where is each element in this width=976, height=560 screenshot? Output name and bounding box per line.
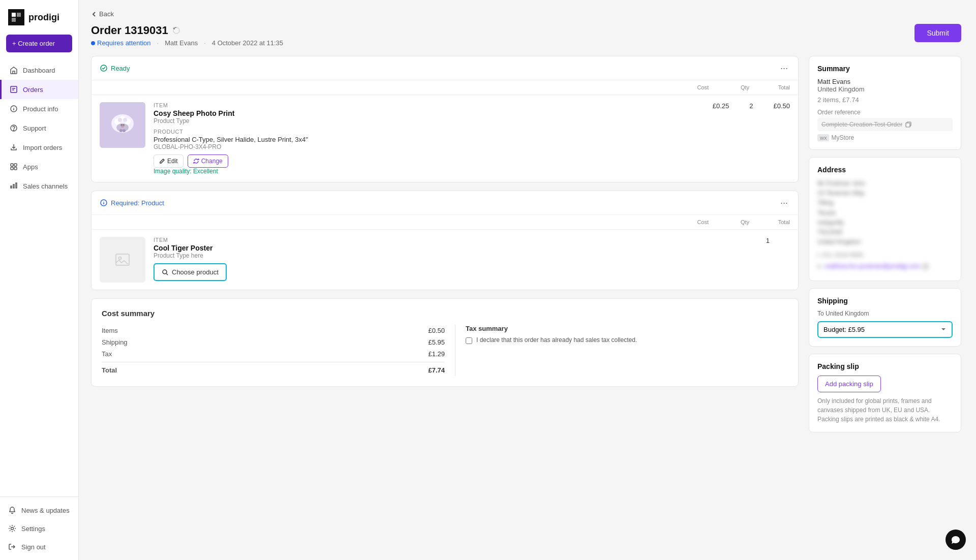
cost-tax-label: Tax bbox=[102, 350, 112, 358]
order-title: Order 1319031 bbox=[91, 24, 168, 37]
page-title-area: Order 1319031 Requires attention · Matt … bbox=[91, 24, 283, 47]
sidebar-item-import-orders[interactable]: Import orders bbox=[0, 138, 78, 157]
email-link[interactable]: matthew.fox-postman@prodigi.com bbox=[825, 261, 920, 272]
sidebar-item-apps[interactable]: Apps bbox=[0, 157, 78, 176]
card1-column-headers: Cost Qty Total bbox=[92, 80, 798, 95]
card1-edit-button[interactable]: Edit bbox=[154, 154, 184, 168]
card2-item-cols: ITEM Cool Tiger Poster Product Type here… bbox=[154, 237, 790, 281]
sidebar-item-settings-label: Settings bbox=[21, 525, 45, 533]
total-col-header-2: Total bbox=[770, 219, 790, 225]
card2-status: Required: Product bbox=[100, 199, 164, 207]
search-icon bbox=[162, 269, 169, 276]
card1-image-quality: Image quality: Excellent bbox=[154, 168, 308, 175]
cost-shipping-row: Shipping £5.95 bbox=[102, 336, 445, 348]
sidebar-item-settings[interactable]: Settings bbox=[0, 519, 78, 538]
copy-icon[interactable] bbox=[905, 121, 911, 128]
order-item-card-1: Ready ··· Cost Qty Total bbox=[91, 56, 799, 182]
svg-rect-7 bbox=[11, 164, 13, 166]
card2-item-label: ITEM bbox=[154, 237, 227, 243]
card1-change-button[interactable]: Change bbox=[188, 154, 228, 168]
address-panel: Address Mr Postman John 15 Tenemen Way T… bbox=[809, 157, 961, 281]
summary-title: Summary bbox=[817, 65, 953, 73]
card1-item-type: Product Type bbox=[154, 117, 308, 125]
change-icon bbox=[193, 158, 199, 164]
card1-item-left: ITEM Cosy Sheep Photo Print Product Type… bbox=[154, 102, 308, 175]
edit-icon bbox=[159, 158, 165, 164]
order-author: Matt Evans bbox=[165, 39, 198, 47]
logo: prodigi bbox=[0, 0, 78, 35]
image-quality-value: Excellent bbox=[193, 168, 218, 175]
copy-email-icon[interactable] bbox=[922, 264, 928, 270]
shipping-select[interactable]: Budget: £5.95 bbox=[817, 321, 953, 338]
card1-cost-col: £0.25 bbox=[713, 102, 729, 110]
shipping-panel: Shipping To United Kingdom Budget: £5.95 bbox=[809, 288, 961, 347]
requires-attention-badge: Requires attention bbox=[91, 39, 151, 47]
summary-country: United Kingdom bbox=[817, 85, 953, 93]
svg-rect-3 bbox=[11, 86, 17, 92]
packing-slip-title: Packing slip bbox=[817, 362, 953, 370]
sidebar-item-product-info[interactable]: Product info bbox=[0, 99, 78, 118]
card1-item-label: ITEM bbox=[154, 102, 308, 108]
tax-checkbox[interactable] bbox=[466, 337, 472, 344]
card2-item-right-cols: 1 bbox=[746, 237, 790, 244]
card1-item-row: ITEM Cosy Sheep Photo Print Product Type… bbox=[92, 95, 798, 182]
card2-header: Required: Product ··· bbox=[92, 191, 798, 215]
add-packing-slip-button[interactable]: Add packing slip bbox=[817, 376, 881, 392]
cost-items-value: £0.50 bbox=[428, 327, 445, 334]
total-col-header: Total bbox=[770, 84, 790, 90]
submit-button[interactable]: Submit bbox=[914, 24, 961, 42]
sidebar-item-orders[interactable]: Orders bbox=[0, 80, 78, 99]
card2-item-actions: Choose product bbox=[154, 263, 227, 281]
card1-total-col: £0.50 bbox=[773, 102, 790, 110]
sidebar-item-dashboard[interactable]: Dashboard bbox=[0, 60, 78, 80]
card2-more-button[interactable]: ··· bbox=[778, 198, 790, 207]
sidebar-item-sign-out[interactable]: Sign out bbox=[0, 538, 78, 556]
page-subtitle: Requires attention · Matt Evans · 4 Octo… bbox=[91, 39, 283, 47]
svg-rect-31 bbox=[923, 265, 927, 269]
support-icon bbox=[10, 124, 18, 132]
shipping-to: To United Kingdom bbox=[817, 310, 953, 317]
qty-col-header: Qty bbox=[729, 84, 749, 90]
packing-slip-panel: Packing slip Add packing slip Only inclu… bbox=[809, 354, 961, 432]
status-dot bbox=[91, 41, 95, 45]
chat-bubble[interactable] bbox=[946, 530, 966, 550]
card1-item-actions: Edit Change bbox=[154, 154, 308, 168]
sidebar-item-support[interactable]: Support bbox=[0, 118, 78, 138]
signout-icon bbox=[8, 543, 16, 551]
sidebar-item-sales-channels[interactable]: Sales channels bbox=[0, 176, 78, 196]
summary-order-ref-section: Order reference Complete Creation Test O… bbox=[817, 109, 953, 131]
back-link[interactable]: Back bbox=[91, 10, 961, 18]
svg-point-19 bbox=[123, 118, 127, 122]
card1-more-button[interactable]: ··· bbox=[778, 64, 790, 73]
tax-summary: Tax summary I declare that this order ha… bbox=[455, 325, 637, 376]
card1-product-image bbox=[100, 102, 145, 148]
card1-product-sku: GLOBAL-PHO-3X4-PRO bbox=[154, 143, 308, 150]
logo-icon bbox=[8, 9, 24, 25]
card1-item-right-cols: £0.25 2 £0.50 bbox=[713, 102, 790, 110]
qty-col-header-2: Qty bbox=[729, 219, 749, 225]
svg-rect-10 bbox=[14, 167, 17, 170]
cost-col-header-2: Cost bbox=[688, 219, 709, 225]
svg-point-6 bbox=[14, 130, 14, 131]
create-order-button[interactable]: + Create order bbox=[6, 35, 72, 52]
packing-slip-note: Only included for global prints, frames … bbox=[817, 396, 953, 424]
card1-item-name: Cosy Sheep Photo Print bbox=[154, 109, 308, 117]
choose-product-button[interactable]: Choose product bbox=[154, 263, 227, 281]
cost-items-label: Items bbox=[102, 327, 118, 334]
card2-item-top: ITEM Cool Tiger Poster Product Type here… bbox=[100, 237, 790, 283]
chevron-left-icon bbox=[91, 11, 97, 17]
card1-item-content: ITEM Cosy Sheep Photo Print Product Type… bbox=[154, 102, 790, 175]
card1-item-cols: ITEM Cosy Sheep Photo Print Product Type… bbox=[154, 102, 790, 175]
card1-cost-value: £0.25 bbox=[713, 102, 729, 110]
card2-item-left: ITEM Cool Tiger Poster Product Type here… bbox=[154, 237, 227, 281]
card2-qty-value: 1 bbox=[766, 237, 770, 244]
order-ref-label: Order reference bbox=[817, 109, 953, 116]
refresh-icon[interactable] bbox=[172, 26, 180, 35]
cost-summary-title: Cost summary bbox=[102, 309, 788, 318]
sidebar-item-orders-label: Orders bbox=[23, 86, 43, 94]
sidebar-item-news-updates[interactable]: News & updates bbox=[0, 501, 78, 519]
svg-point-22 bbox=[123, 129, 126, 132]
summary-panel: Summary Matt Evans United Kingdom 2 item… bbox=[809, 56, 961, 150]
tax-checkbox-row: I declare that this order has already ha… bbox=[466, 336, 637, 344]
tax-summary-col: Tax summary I declare that this order ha… bbox=[445, 325, 788, 376]
